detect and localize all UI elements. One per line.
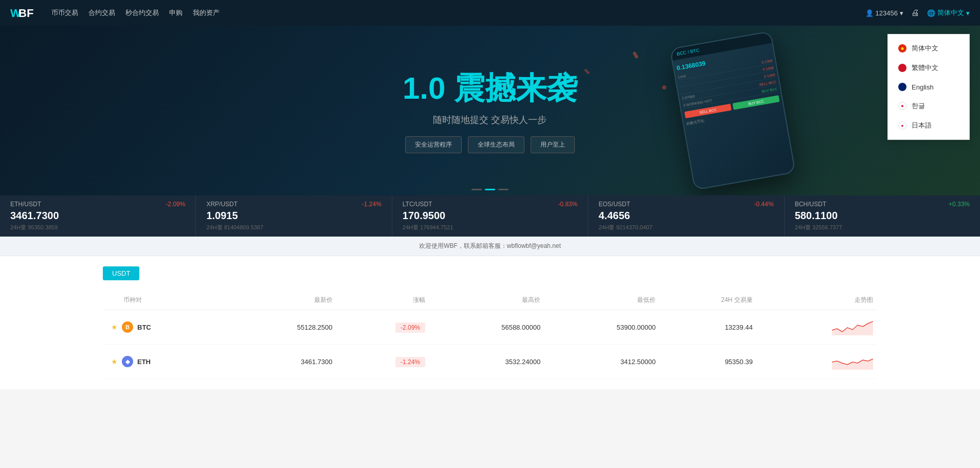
nav-my-assets[interactable]: 我的资产 <box>193 8 220 17</box>
ticker-bch-vol: 24H量 32556.7377 <box>795 224 970 231</box>
eth-price: 3461.7300 <box>230 345 336 379</box>
nav-coin-trade[interactable]: 币币交易 <box>51 8 78 17</box>
dot-2[interactable] <box>485 189 495 190</box>
btc-name: BTC <box>137 323 151 331</box>
hero-dots <box>471 189 509 190</box>
eth-mini-chart <box>832 352 873 370</box>
main-content: USDT 币种对 最新价 涨幅 最高价 最低价 24H 交易量 走势图 ★ B <box>0 256 980 389</box>
ticker-eth[interactable]: ETH/USDT -2.09% 3461.7300 24H量 95350.385… <box>0 195 196 237</box>
ticker-xrp[interactable]: XRP/USDT -1.24% 1.0915 24H量 81404809.538… <box>196 195 392 237</box>
coin-cell-eth-inner: ★ ◆ ETH <box>107 356 226 367</box>
star-eth[interactable]: ★ <box>111 357 118 366</box>
ticker-eos[interactable]: EOS/USDT -0.44% 4.4656 24H量 9214370.0407 <box>588 195 784 237</box>
eth-low: 3412.50000 <box>545 345 660 379</box>
lang-dropdown: ● 简体中文 繁體中文 English ● 한글 <box>887 34 970 140</box>
col-low: 最低价 <box>545 291 660 310</box>
eth-chart <box>757 345 877 379</box>
nav-flash-trade[interactable]: 秒合约交易 <box>125 8 159 17</box>
hero-title-text: 震撼来袭 <box>454 71 577 105</box>
col-chart: 走势图 <box>757 291 877 310</box>
eth-change: -1.24% <box>337 345 430 379</box>
lang-label-traditional: 繁體中文 <box>912 63 938 73</box>
ticker-eth-change: -2.09% <box>166 201 185 208</box>
ticker-eos-header: EOS/USDT -0.44% <box>598 201 773 208</box>
ticker-eos-vol: 24H量 9214370.0407 <box>598 224 773 231</box>
ticker-eth-vol: 24H量 95350.3859 <box>10 224 185 231</box>
eth-high: 3532.24000 <box>429 345 545 379</box>
star-btc[interactable]: ★ <box>111 323 118 331</box>
lang-item-korean[interactable]: ● 한글 <box>888 96 969 116</box>
user-icon: 👤 <box>865 9 874 17</box>
lang-item-traditional-chinese[interactable]: 繁體中文 <box>888 58 969 78</box>
hero-btn-user[interactable]: 用户至上 <box>531 136 575 153</box>
ticker-eth-name: ETH/USDT <box>10 201 41 208</box>
svg-text:BF: BF <box>19 7 33 20</box>
table-row[interactable]: ★ B BTC 55128.2500 -2.09% 56588.00000 53… <box>103 310 877 345</box>
market-table: 币种对 最新价 涨幅 最高价 最低价 24H 交易量 走势图 ★ B BTC <box>103 291 877 379</box>
jp-flag: ● <box>898 121 906 130</box>
btc-vol: 13239.44 <box>660 310 757 345</box>
ticker-ltc[interactable]: LTC/USDT -0.83% 170.9500 24H量 176944.752… <box>392 195 588 237</box>
lang-item-japanese[interactable]: ● 日本語 <box>888 116 969 135</box>
ticker-xrp-name: XRP/USDT <box>206 201 238 208</box>
hero-title: 1.0 震撼来袭 <box>403 68 577 110</box>
btc-high: 56588.00000 <box>429 310 545 345</box>
navbar: W BF 币币交易 合约交易 秒合约交易 申购 我的资产 👤 123456 ▾ … <box>0 0 980 26</box>
lang-label-english: English <box>912 83 934 91</box>
tab-usdt[interactable]: USDT <box>103 266 139 280</box>
printer-icon[interactable]: 🖨 <box>911 8 919 17</box>
btc-chart <box>757 310 877 345</box>
ticker-bch-name: BCH/USDT <box>795 201 826 208</box>
hero-subtitle: 随时随地提交 交易快人一步 <box>403 114 577 126</box>
lang-item-english[interactable]: English <box>888 78 969 96</box>
notice-bar: 欢迎使用WBF，联系邮箱客服：wbflowbf@yeah.net <box>0 237 980 256</box>
en-flag <box>898 83 906 91</box>
ticker-bch-price: 580.1100 <box>795 210 970 222</box>
ticker-bch[interactable]: BCH/USDT +0.33% 580.1100 24H量 32556.7377 <box>785 195 980 237</box>
lang-item-simplified-chinese[interactable]: ● 简体中文 <box>888 39 969 58</box>
col-price: 最新价 <box>230 291 336 310</box>
dot-1[interactable] <box>471 189 482 190</box>
nav-links: 币币交易 合约交易 秒合约交易 申购 我的资产 <box>51 8 865 17</box>
chevron-down-icon: ▾ <box>900 9 903 17</box>
phone-body: 0.1368039 Limit0.1368 0.1368 0.1369 2.97… <box>673 44 794 189</box>
dot-3[interactable] <box>498 189 509 190</box>
hero-content: 1.0 震撼来袭 随时随地提交 交易快人一步 安全运营程序 全球生态布局 用户至… <box>403 68 577 153</box>
ticker-ltc-price: 170.9500 <box>403 210 577 222</box>
hero-btn-security[interactable]: 安全运营程序 <box>405 136 462 153</box>
coin-cell-btc: ★ B BTC <box>103 310 230 345</box>
ticker-eos-change: -0.44% <box>754 201 774 208</box>
tw-flag <box>898 64 906 72</box>
ticker-eos-price: 4.4656 <box>598 210 773 222</box>
table-row[interactable]: ★ ◆ ETH 3461.7300 -1.24% 3532.24000 3412… <box>103 345 877 379</box>
col-vol: 24H 交易量 <box>660 291 757 310</box>
language-switcher[interactable]: 🌐 简体中文 ▾ ● 简体中文 繁體中文 English <box>927 8 970 17</box>
nav-right: 👤 123456 ▾ 🖨 🌐 简体中文 ▾ ● 简体中文 繁體中文 <box>865 8 970 17</box>
nav-ipo[interactable]: 申购 <box>169 8 183 17</box>
kr-flag: ● <box>898 102 906 110</box>
col-pair: 币种对 <box>103 291 230 310</box>
ticker-xrp-change: -1.24% <box>362 201 382 208</box>
logo[interactable]: W BF <box>10 6 36 20</box>
coin-cell-eth: ★ ◆ ETH <box>103 345 230 379</box>
btc-mini-chart <box>832 317 873 335</box>
ticker-xrp-price: 1.0915 <box>206 210 381 222</box>
nav-contract-trade[interactable]: 合约交易 <box>88 8 115 17</box>
ticker-eos-name: EOS/USDT <box>598 201 630 208</box>
ticker-bch-change: +0.33% <box>949 201 970 208</box>
ticker-ltc-vol: 24H量 176944.7521 <box>403 224 577 231</box>
username: 123456 <box>876 9 898 17</box>
nav-user[interactable]: 👤 123456 ▾ <box>865 9 903 17</box>
ticker-eth-price: 3461.7300 <box>10 210 185 222</box>
ticker-xrp-vol: 24H量 81404809.5387 <box>206 224 381 231</box>
btc-price: 55128.2500 <box>230 310 336 345</box>
market-tabs: USDT <box>103 266 877 280</box>
table-header-row: 币种对 最新价 涨幅 最高价 最低价 24H 交易量 走势图 <box>103 291 877 310</box>
ticker-ltc-header: LTC/USDT -0.83% <box>403 201 577 208</box>
coin-cell-btc-inner: ★ B BTC <box>107 321 226 333</box>
btc-change-badge: -2.09% <box>395 322 425 333</box>
hero-btn-ecosystem[interactable]: 全球生态布局 <box>468 136 524 153</box>
ticker-bar: ETH/USDT -2.09% 3461.7300 24H量 95350.385… <box>0 195 980 237</box>
phone-mockup: BCC / BTC 0.1368039 Limit0.1368 0.1368 0… <box>669 31 796 190</box>
lang-label-simplified: 简体中文 <box>912 44 938 53</box>
